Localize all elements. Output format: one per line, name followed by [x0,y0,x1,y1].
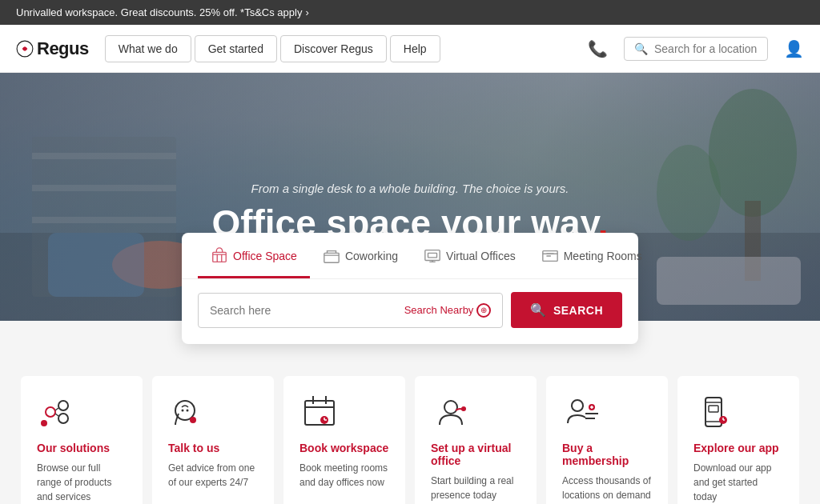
tab-meeting-rooms[interactable]: Meeting Rooms [529,233,655,278]
svg-point-20 [58,414,68,423]
banner-text: Unrivalled workspace. Great discounts. 2… [16,6,302,18]
svg-point-36 [461,406,466,411]
svg-point-26 [182,410,184,412]
nav-what-we-do[interactable]: What we do [105,35,191,62]
tab-bar: Office Space Coworking [182,233,638,279]
explore-app-desc: Download our app and get started today [693,461,783,504]
header-right: 📞 🔍 Search for a location 👤 [588,37,804,61]
virtual-office-link[interactable]: Set up a virtual office [431,442,521,467]
explore-app-icon [693,392,734,432]
top-banner: Unrivalled workspace. Great discounts. 2… [0,0,820,25]
svg-point-25 [190,417,196,423]
header-search-placeholder: Search for a location [654,42,757,55]
card-book-workspace: Book workspace Book meeting rooms and da… [283,376,405,504]
nav-help[interactable]: Help [390,35,440,62]
coworking-icon [323,247,340,265]
book-workspace-icon [299,392,340,432]
hero-content: From a single desk to a whole building. … [211,150,608,244]
nav-discover-regus[interactable]: Discover Regus [280,35,387,62]
our-solutions-desc: Browse our full range of products and se… [37,461,127,504]
our-solutions-icon [37,392,77,432]
search-input-wrap[interactable]: Search Nearby ⊕ [198,293,503,328]
card-virtual-office: Set up a virtual office Start building a… [415,376,537,504]
svg-rect-16 [428,253,437,258]
membership-link[interactable]: Buy a membership [562,442,652,467]
header-search[interactable]: 🔍 Search for a location [624,37,768,61]
nearby-icon: ⊕ [476,303,491,318]
talk-to-us-link[interactable]: Talk to us [168,442,258,454]
search-row: Search Nearby ⊕ 🔍 SEARCH [182,279,638,344]
svg-point-35 [444,401,457,414]
office-space-icon [211,247,228,265]
svg-rect-46 [709,406,718,412]
svg-line-21 [55,408,58,410]
phone-icon[interactable]: 📞 [588,39,608,58]
membership-desc: Access thousands of locations on demand [562,474,652,502]
search-button[interactable]: 🔍 SEARCH [511,292,622,328]
tab-coworking-label: Coworking [345,250,398,262]
our-solutions-link[interactable]: Our solutions [37,442,127,454]
search-button-icon: 🔍 [530,302,547,318]
svg-point-37 [572,400,583,411]
svg-point-19 [58,401,68,410]
search-button-label: SEARCH [553,304,603,317]
book-workspace-link[interactable]: Book workspace [299,442,389,454]
card-membership: Buy a membership Access thousands of loc… [546,376,668,504]
svg-rect-13 [213,252,227,262]
logo-text: Regus [37,38,89,59]
search-card: Office Space Coworking [182,233,638,344]
svg-rect-28 [305,401,334,425]
svg-rect-14 [324,253,339,262]
tab-meeting-rooms-label: Meeting Rooms [564,250,642,262]
nav-get-started[interactable]: Get started [195,35,277,62]
search-nearby-label: Search Nearby [404,304,474,316]
search-input[interactable] [210,304,398,317]
virtual-offices-icon [424,247,441,265]
main-nav: What we do Get started Discover Regus He… [105,35,588,62]
header: Regus What we do Get started Discover Re… [0,25,820,73]
membership-icon [562,392,602,432]
card-talk-to-us: Talk to us Get advice from one of our ex… [152,376,274,504]
tab-office-space-label: Office Space [233,250,297,262]
tab-office-space[interactable]: Office Space [198,233,310,278]
talk-to-us-icon [168,392,208,432]
virtual-office-desc: Start building a real presence today [431,474,521,502]
cards-section: Our solutions Browse our full range of p… [0,344,820,504]
tab-virtual-offices[interactable]: Virtual Offices [411,233,529,278]
search-icon: 🔍 [634,42,648,55]
explore-app-link[interactable]: Explore our app [693,442,783,454]
svg-point-27 [187,410,189,412]
svg-point-23 [41,420,47,426]
book-workspace-desc: Book meeting rooms and day offices now [299,461,389,490]
virtual-office-icon [431,392,471,432]
svg-rect-15 [425,250,440,261]
card-explore-app: Explore our app Download our app and get… [677,376,799,504]
meeting-rooms-icon [541,247,559,265]
hero-subtitle: From a single desk to a whole building. … [211,182,608,195]
tab-virtual-offices-label: Virtual Offices [446,250,516,262]
svg-point-18 [46,407,55,417]
tab-coworking[interactable]: Coworking [310,233,411,278]
user-icon[interactable]: 👤 [784,39,804,58]
card-our-solutions: Our solutions Browse our full range of p… [21,376,143,504]
logo[interactable]: Regus [16,38,89,59]
talk-to-us-desc: Get advice from one of our experts 24/7 [168,461,258,490]
banner-arrow: › [305,6,308,18]
search-nearby-button[interactable]: Search Nearby ⊕ [404,303,492,318]
svg-line-22 [55,414,58,416]
